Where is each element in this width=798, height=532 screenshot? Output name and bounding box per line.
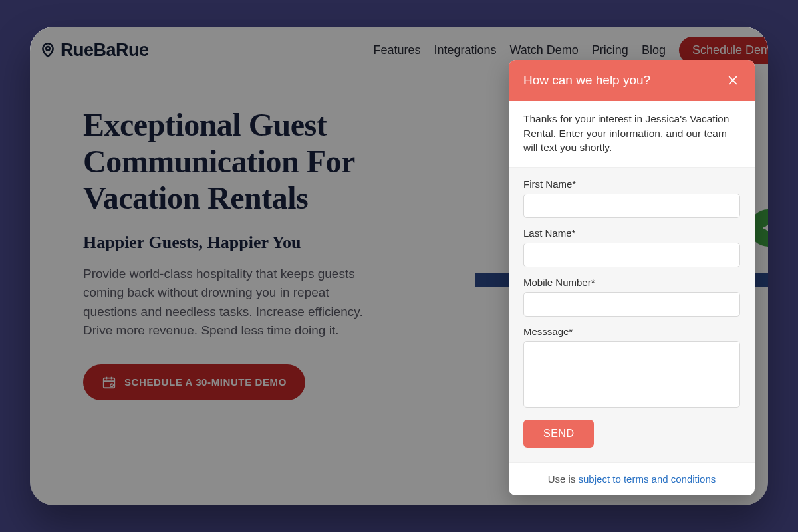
label-mobile: Mobile Number* [523,277,740,288]
nav-blog[interactable]: Blog [642,43,666,57]
input-last-name[interactable] [523,243,740,267]
chat-footer: Use is subject to terms and conditions [509,462,755,495]
hero-title: Exceptional Guest Communication For Vaca… [83,106,456,217]
brand-logo[interactable]: RueBaRue [39,40,149,61]
nav-integrations[interactable]: Integrations [434,43,496,57]
hero-subtitle: Happier Guests, Happier You [83,233,456,253]
send-button[interactable]: SEND [523,420,594,448]
app-frame: RueBaRue Features Integrations Watch Dem… [30,27,768,505]
chat-footer-prefix: Use is [548,473,579,485]
input-mobile[interactable] [523,292,740,317]
chat-panel: How can we help you? Thanks for your int… [509,60,755,495]
field-message: Messsage* [523,326,740,410]
terms-link[interactable]: subject to terms and conditions [579,473,716,485]
chat-title: How can we help you? [523,73,650,88]
chat-intro-text: Thanks for your interest in Jessica's Va… [509,101,755,168]
label-message: Messsage* [523,326,740,337]
hero-section: Exceptional Guest Communication For Vaca… [83,106,456,400]
field-mobile: Mobile Number* [523,277,740,317]
close-icon [726,74,739,87]
input-first-name[interactable] [523,194,740,218]
nav-watch-demo[interactable]: Watch Demo [510,43,579,57]
label-last-name: Last Name* [523,227,740,239]
hero-body: Provide world-class hospitality that kee… [83,265,369,340]
chat-header: How can we help you? [509,60,755,101]
input-message[interactable] [523,341,740,408]
field-last-name: Last Name* [523,227,740,267]
svg-point-0 [46,47,49,50]
label-first-name: First Name* [523,178,740,190]
brand-name: RueBaRue [61,40,149,61]
schedule-demo-label: SCHEDULE A 30-MINUTE DEMO [124,376,287,388]
schedule-demo-button[interactable]: SCHEDULE A 30-MINUTE DEMO [83,364,305,400]
nav-features[interactable]: Features [373,43,420,57]
logo-mark-icon [39,41,57,59]
field-first-name: First Name* [523,178,740,218]
chat-close-button[interactable] [726,73,740,88]
calendar-icon [102,375,116,390]
nav-pricing[interactable]: Pricing [592,43,628,57]
chat-form: First Name* Last Name* Mobile Number* Me… [509,168,755,462]
